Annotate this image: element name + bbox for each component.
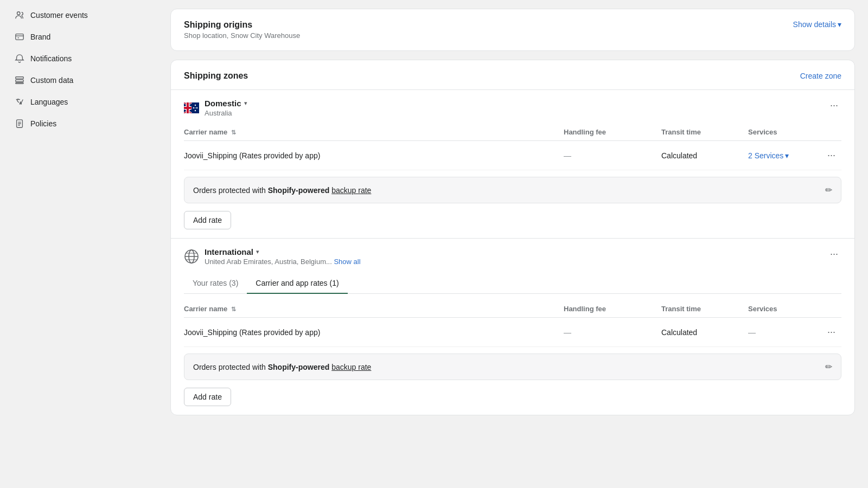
sidebar-item-label: Policies [30,119,56,128]
sidebar-item-label: Notifications [30,54,72,63]
svg-rect-3 [16,80,23,82]
main-content: Shipping origins Shop location, Snow Cit… [157,0,868,488]
international-add-rate-button[interactable]: Add rate [184,388,231,406]
intl-row-more-button[interactable]: ··· [824,325,839,339]
domestic-add-rate-button[interactable]: Add rate [184,211,231,229]
domestic-zone-info: Domestic ▾ Australia [184,99,247,117]
backup-rate-link[interactable]: backup rate [331,186,371,195]
sidebar-item-languages[interactable]: Languages [7,91,151,113]
row-more-cell: ··· [820,149,841,162]
carrier-name-cell: Joovii_Shipping (Rates provided by app) [184,151,559,160]
services-cell: 2 Services ▾ [744,151,820,160]
actions-header [820,128,841,136]
bell-icon [14,53,25,64]
domestic-zone-country: Australia [205,109,247,117]
chevron-down-icon: ▾ [838,20,841,29]
sort-icon: ⇅ [231,129,236,136]
svg-point-20 [196,107,197,108]
intl-actions-header [820,305,841,313]
table-row: Joovii_Shipping (Rates provided by app) … [184,141,841,170]
origins-subtitle: Shop location, Snow City Warehouse [184,31,300,40]
sidebar-item-label: Brand [30,33,50,41]
intl-protected-text: Orders protected with Shopify-powered ba… [193,363,371,371]
domestic-table: Carrier name ⇅ Handling fee Transit time… [184,124,841,170]
origins-title: Shipping origins [184,20,300,30]
international-table: Carrier name ⇅ Handling fee Transit time… [184,300,841,347]
handling-fee-cell: — [559,151,657,160]
domestic-zone-header: Domestic ▾ Australia ··· [184,99,841,117]
intl-backup-rate-link[interactable]: backup rate [331,363,371,371]
intl-row-more-cell: ··· [820,325,841,339]
show-details-button[interactable]: Show details ▾ [793,20,841,29]
international-zone-name-group: International ▾ United Arab Emirates, Au… [205,247,361,266]
australia-flag-icon [184,102,199,113]
svg-point-19 [195,105,196,106]
intl-services-header: Services [744,305,820,313]
svg-rect-4 [16,83,23,84]
intl-carrier-name-header: Carrier name ⇅ [184,305,559,313]
people-icon [14,10,25,21]
intl-services-cell: — [744,328,820,337]
svg-point-23 [195,107,195,108]
international-zone-header: International ▾ United Arab Emirates, Au… [184,247,841,266]
protected-edit-button[interactable]: ✏ [825,185,832,195]
services-chevron-icon: ▾ [785,151,789,160]
sidebar-item-customer-events[interactable]: Customer events [7,4,151,26]
zones-header: Shipping zones Create zone [171,60,854,90]
sidebar-item-notifications[interactable]: Notifications [7,48,151,69]
international-chevron-icon[interactable]: ▾ [256,248,259,255]
intl-handling-fee-header: Handling fee [559,305,657,313]
svg-rect-2 [16,77,23,79]
domestic-chevron-icon[interactable]: ▾ [244,100,247,107]
sidebar-item-custom-data[interactable]: Custom data [7,69,151,91]
international-zone-info: International ▾ United Arab Emirates, Au… [184,247,361,266]
domestic-protected-banner: Orders protected with Shopify-powered ba… [184,177,841,203]
sidebar-item-label: Customer events [30,11,88,20]
origins-header: Shipping origins Shop location, Snow Cit… [171,9,854,50]
intl-transit-time-header: Transit time [657,305,744,313]
sidebar-item-label: Custom data [30,76,73,85]
data-icon [14,75,25,86]
sidebar-item-label: Languages [30,98,68,106]
origins-info: Shipping origins Shop location, Snow Cit… [184,20,300,40]
show-all-link[interactable]: Show all [334,258,360,266]
tab-your-rates[interactable]: Your rates (3) [184,273,247,294]
table-row: Joovii_Shipping (Rates provided by app) … [184,318,841,347]
international-zone-name: International [205,247,253,256]
international-zone-countries: United Arab Emirates, Austria, Belgium..… [205,258,361,266]
sort-icon: ⇅ [231,306,236,313]
international-zone-section: International ▾ United Arab Emirates, Au… [171,239,854,415]
intl-protected-edit-button[interactable]: ✏ [825,362,832,372]
policies-icon [14,118,25,129]
intl-transit-time-cell: Calculated [657,328,744,337]
create-zone-button[interactable]: Create zone [800,72,841,80]
transit-time-header: Transit time [657,128,744,136]
international-tabs: Your rates (3) Carrier and app rates (1) [184,273,841,294]
zones-title: Shipping zones [184,71,248,81]
international-name-row: International ▾ [205,247,361,256]
svg-rect-18 [187,102,189,113]
svg-point-22 [193,107,194,108]
sidebar-item-brand[interactable]: Brand [7,26,151,48]
svg-rect-1 [16,34,23,40]
languages-icon [14,97,25,107]
intl-handling-fee-cell: — [559,328,657,337]
row-more-button[interactable]: ··· [824,149,839,162]
services-link[interactable]: 2 Services ▾ [748,151,815,160]
domestic-table-header: Carrier name ⇅ Handling fee Transit time… [184,124,841,141]
shipping-zones-card: Shipping zones Create zone [170,60,855,415]
services-header: Services [744,128,820,136]
domestic-zone-name: Domestic [205,99,241,108]
sidebar-item-policies[interactable]: Policies [7,113,151,134]
domestic-more-button[interactable]: ··· [827,99,841,112]
international-protected-banner: Orders protected with Shopify-powered ba… [184,354,841,380]
tab-carrier-app-rates[interactable]: Carrier and app rates (1) [247,273,347,294]
protected-text: Orders protected with Shopify-powered ba… [193,186,371,195]
shipping-origins-card: Shipping origins Shop location, Snow Cit… [170,9,855,51]
handling-fee-header: Handling fee [559,128,657,136]
domestic-zone-section: Domestic ▾ Australia ··· Carrier name ⇅ … [171,90,854,239]
international-table-header: Carrier name ⇅ Handling fee Transit time… [184,300,841,318]
international-more-button[interactable]: ··· [827,247,841,261]
domestic-name-row: Domestic ▾ [205,99,247,108]
brand-icon [14,31,25,42]
